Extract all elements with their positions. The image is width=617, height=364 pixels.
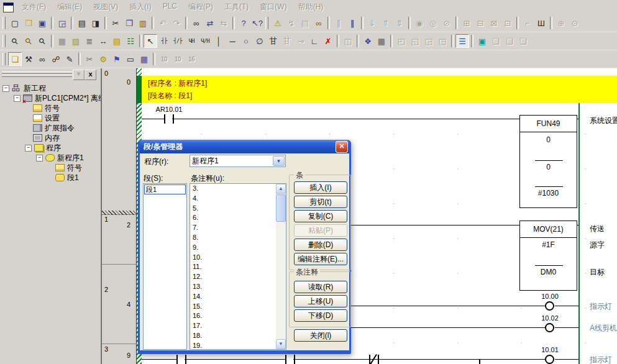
monitor-in-rung-button[interactable]: ▤ bbox=[110, 34, 124, 48]
rung-comment-item[interactable]: 12. bbox=[190, 272, 276, 282]
scroll-up-icon[interactable]: ▲ bbox=[276, 184, 286, 194]
check-section-button[interactable]: ✂ bbox=[83, 52, 96, 66]
tree-item-expansion-instructions[interactable]: 扩展指令 bbox=[1, 123, 101, 133]
compile-all-check-button[interactable]: ∞ bbox=[312, 16, 326, 30]
tree-item-section1[interactable]: 段1 bbox=[1, 173, 101, 183]
rung-width-button[interactable]: ↔ bbox=[96, 34, 110, 48]
zoom-in-button[interactable]: ⚲ bbox=[22, 34, 35, 48]
file-compare-button[interactable]: ◲ bbox=[55, 16, 69, 30]
delete-button[interactable]: 删除(D) bbox=[294, 239, 347, 251]
new-view-flag-button[interactable]: ⚑ bbox=[110, 52, 124, 66]
contact-or-nc-button[interactable]: Ч/Н bbox=[198, 34, 212, 48]
rung-comment-item[interactable]: 19. bbox=[190, 341, 276, 350]
find-button[interactable]: ∞ bbox=[190, 16, 203, 30]
edit-comment-button[interactable]: 编辑注释(E)... bbox=[294, 253, 347, 265]
toggle-grid-button[interactable]: ▦ bbox=[55, 34, 69, 48]
tree-item-programs[interactable]: −程序 bbox=[1, 143, 101, 153]
rung-comment-item[interactable]: 14. bbox=[190, 292, 276, 302]
line-connect-button[interactable]: ∟ bbox=[308, 34, 321, 48]
context-help-button[interactable]: ↖? bbox=[250, 16, 264, 30]
rung-margin-cell[interactable] bbox=[102, 68, 136, 215]
open-file-button[interactable]: ❒ bbox=[22, 16, 35, 30]
print-button[interactable]: ▤ bbox=[75, 16, 89, 30]
rung-comment-item[interactable]: 18. bbox=[190, 331, 276, 341]
compile-check-button[interactable]: ⚠ bbox=[271, 16, 285, 30]
rung-comment-item[interactable]: 7. bbox=[190, 223, 276, 233]
contact-or-no-button[interactable]: ЧН bbox=[185, 34, 198, 48]
pause-button[interactable]: ∥ bbox=[345, 16, 359, 30]
view-report-button[interactable]: ∞ bbox=[35, 52, 49, 66]
rung-comment-item[interactable]: 9. bbox=[190, 243, 276, 253]
output-coil[interactable] bbox=[545, 355, 554, 364]
copy-button[interactable]: ❐ bbox=[122, 16, 136, 30]
move-down-button[interactable]: 下移(D) bbox=[294, 309, 347, 322]
tree-item-program1[interactable]: −新程序1 bbox=[1, 153, 101, 163]
save-file-button[interactable]: ▣ bbox=[35, 16, 49, 30]
move-up-button[interactable]: 上移(U) bbox=[294, 295, 347, 307]
print-preview-button[interactable]: ◨ bbox=[89, 16, 103, 30]
tree-expander-icon[interactable]: − bbox=[25, 145, 32, 152]
scrollbar-thumb[interactable] bbox=[276, 194, 286, 222]
contact-no-button[interactable]: ┤├ bbox=[157, 34, 171, 48]
dialog-close-icon[interactable]: ✕ bbox=[336, 141, 348, 153]
rung-comment-item[interactable]: 11. bbox=[190, 262, 276, 272]
rung-comment-item[interactable]: 6. bbox=[190, 213, 276, 223]
rung-comment-item[interactable]: 4. bbox=[190, 194, 276, 204]
read-button[interactable]: 读取(R) bbox=[294, 281, 347, 293]
rung-comment-item[interactable]: 16. bbox=[190, 311, 276, 321]
vertical-line-button[interactable]: │ bbox=[212, 34, 226, 48]
rung-comment-button[interactable]: ▧ bbox=[69, 34, 83, 48]
pointer-tool-button[interactable]: ⚒ bbox=[22, 52, 35, 66]
instruction-block-mov[interactable]: MOV(21) #1F DM0 bbox=[519, 221, 577, 291]
instruction-block-fun49[interactable]: FUN49 0 0 #1030 bbox=[519, 115, 577, 208]
scrollbar[interactable]: ▲ ▼ bbox=[276, 184, 286, 349]
paste-button[interactable]: ▥ bbox=[136, 16, 150, 30]
new-file-button[interactable]: ▢ bbox=[8, 16, 22, 30]
rung-margin-cell[interactable] bbox=[102, 264, 136, 344]
tree-expander-icon[interactable]: − bbox=[2, 85, 9, 92]
select-tool-button[interactable]: ↖ bbox=[144, 34, 157, 48]
scroll-down-icon[interactable]: ▼ bbox=[276, 339, 286, 349]
rung-comment-item[interactable]: 8. bbox=[190, 233, 276, 243]
rung-comment-item[interactable]: 10. bbox=[190, 253, 276, 263]
show-comment-list-button[interactable]: ≣ bbox=[83, 34, 96, 48]
memory-view-button[interactable]: ▦ bbox=[137, 52, 151, 66]
close-button[interactable]: 关闭(l) bbox=[294, 329, 347, 342]
rung-comment-item[interactable]: 15. bbox=[190, 302, 276, 312]
panel-close-icon[interactable]: x bbox=[85, 70, 96, 80]
symbol-table-button[interactable]: ☰ bbox=[455, 34, 469, 48]
section-banner[interactable]: [程序名 : 新程序1] [段名称 : 段1] bbox=[142, 76, 617, 103]
insert-button[interactable]: 插入(I) bbox=[294, 181, 347, 194]
tree-item-program1-symbols[interactable]: 符号 bbox=[1, 163, 101, 173]
time-chart-monitor-button[interactable]: Ш bbox=[534, 16, 548, 30]
program-select[interactable]: 新程序1 ▼ bbox=[190, 155, 286, 167]
cut-button[interactable]: 剪切(t) bbox=[294, 196, 347, 208]
program-list-button[interactable]: ❖ bbox=[361, 34, 375, 48]
rung-comment-item[interactable]: 17. bbox=[190, 321, 276, 331]
contact-nc-button[interactable]: ┤/├ bbox=[171, 34, 185, 48]
rung-comment-item[interactable]: 5. bbox=[190, 204, 276, 214]
replace-button[interactable]: ⇄ bbox=[203, 16, 217, 30]
symbol-tree-button[interactable]: ☷ bbox=[124, 34, 137, 48]
tree-item-plc[interactable]: −新PLC1[CPM2*] 离线 bbox=[1, 93, 101, 103]
copy-button[interactable]: 复制(C) bbox=[294, 210, 347, 222]
output-coil[interactable] bbox=[545, 301, 554, 311]
output-window-button[interactable]: ▭ bbox=[124, 52, 137, 66]
rung-comment-item[interactable]: 3. bbox=[190, 184, 276, 194]
zoom-to-fit-button[interactable]: ⚲ bbox=[8, 34, 22, 48]
io-table-button[interactable]: ▣ bbox=[475, 34, 489, 48]
line-delete-button[interactable]: ✗ bbox=[321, 34, 335, 48]
tree-item-settings[interactable]: 设置 bbox=[1, 113, 101, 123]
cross-reference-report-button[interactable]: ☍ bbox=[49, 52, 63, 66]
tree-expander-icon[interactable]: − bbox=[14, 95, 21, 102]
help-button[interactable]: ? bbox=[237, 16, 250, 30]
output-coil[interactable] bbox=[545, 323, 554, 332]
new-instruction-button[interactable]: 甘 bbox=[267, 34, 280, 48]
mnemonic-view-button[interactable]: ▦ bbox=[375, 34, 388, 48]
coil-no-button[interactable]: ○ bbox=[239, 34, 253, 48]
section-list-item[interactable]: 段1 bbox=[144, 184, 186, 194]
coil-nc-button[interactable]: ∅ bbox=[253, 34, 267, 48]
tree-item-project[interactable]: −品新工程 bbox=[1, 83, 101, 93]
rung-comment-listbox[interactable]: 3.4.5.6.7.8.9.10.11.12.13.14.15.16.17.18… bbox=[190, 183, 286, 350]
tree-item-memory[interactable]: 内存 bbox=[1, 133, 101, 143]
